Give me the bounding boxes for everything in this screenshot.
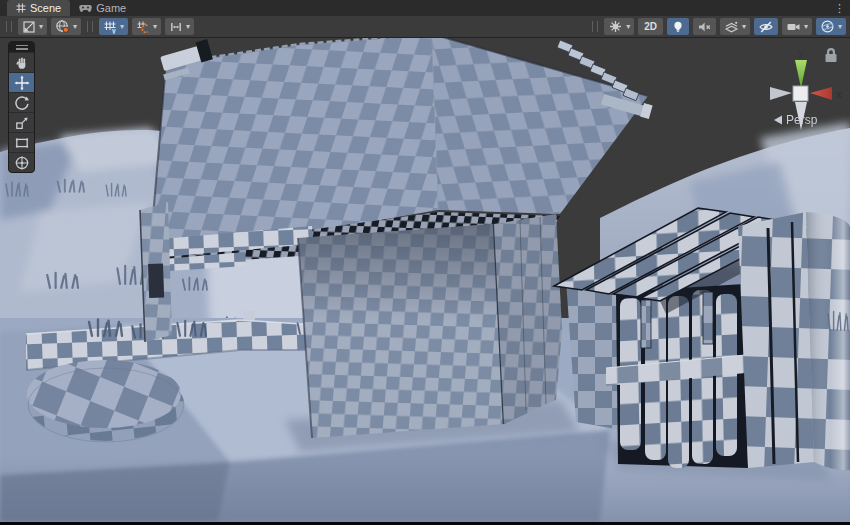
orientation-gizmo: y x Persp — [754, 40, 850, 140]
tree-stump[interactable] — [27, 360, 184, 442]
scene-audio-button[interactable] — [693, 18, 716, 35]
view-hand-tool[interactable] — [9, 52, 34, 72]
scene-toolbar: ▾ ▾ y ▾ ▾ — [0, 16, 850, 38]
move-tool[interactable] — [9, 72, 34, 92]
debug-globe-dropdown[interactable]: ▾ — [73, 23, 77, 31]
rotate-icon — [14, 95, 30, 111]
toolbar-separator — [87, 21, 93, 32]
tool-palette — [8, 41, 35, 173]
eye-slash-icon — [758, 20, 774, 34]
projection-toggle[interactable]: Persp — [774, 113, 818, 127]
camera-settings-button[interactable]: ▾ — [782, 18, 812, 35]
snap-increment-dropdown[interactable]: ▾ — [153, 23, 157, 31]
snap-increment-button[interactable]: ▾ — [132, 18, 161, 35]
camera-settings-dropdown[interactable]: ▾ — [804, 23, 808, 31]
rect-icon — [14, 135, 30, 151]
move-snap-icon — [169, 20, 183, 34]
axis-neg-cone-left[interactable] — [770, 87, 792, 100]
scale-icon — [14, 115, 30, 131]
tab-game-label: Game — [96, 2, 126, 14]
palette-drag-handle[interactable] — [9, 42, 34, 52]
axis-x-cone[interactable] — [810, 87, 832, 100]
audio-muted-icon — [697, 20, 712, 34]
2d-label: 2D — [644, 21, 657, 32]
scale-tool[interactable] — [9, 112, 34, 132]
axis-y-cone[interactable] — [795, 60, 807, 88]
effects-menu-dropdown[interactable]: ▾ — [742, 23, 746, 31]
grid-snap-icon — [136, 20, 150, 34]
gamepad-icon — [79, 3, 92, 13]
rotate-tool[interactable] — [9, 92, 34, 112]
2d-toggle-button[interactable]: 2D — [638, 18, 663, 35]
lightbulb-icon — [671, 20, 685, 34]
scene-lighting-button[interactable] — [667, 18, 689, 35]
move-icon — [14, 75, 30, 91]
gizmos-menu-dropdown[interactable]: ▾ — [838, 23, 842, 31]
projection-label: Persp — [786, 113, 818, 127]
scene-visibility-button[interactable] — [754, 18, 778, 35]
move-snapping-dropdown[interactable]: ▾ — [186, 23, 190, 31]
scene-render[interactable] — [0, 38, 850, 522]
scene-effects-dropdown[interactable]: ▾ — [626, 23, 630, 31]
unity-editor-window: Scene Game ⋮ ▾ — [0, 0, 850, 525]
transform-icon — [14, 155, 30, 171]
effects-menu-button[interactable]: ▾ — [720, 18, 750, 35]
starburst-icon — [608, 19, 623, 34]
draw-mode-button[interactable]: ▾ — [18, 18, 47, 35]
svg-text:y: y — [112, 27, 116, 34]
move-snapping-button[interactable]: ▾ — [165, 18, 194, 35]
camera-icon — [786, 20, 801, 34]
tab-scene[interactable]: Scene — [7, 0, 70, 16]
gizmo-center-cube[interactable] — [793, 86, 808, 101]
debug-globe-button[interactable]: ▾ — [51, 18, 81, 35]
gizmos-menu-button[interactable]: ▾ — [816, 18, 846, 35]
toolbar-drag-handle[interactable] — [6, 21, 12, 32]
tab-bar: Scene Game ⋮ — [0, 0, 850, 16]
scene-effects-button[interactable]: ▾ — [604, 18, 634, 35]
rect-tool[interactable] — [9, 132, 34, 152]
grid-visibility-dropdown[interactable]: ▾ — [120, 23, 124, 31]
scene-viewport[interactable]: y x Persp — [0, 38, 850, 522]
tab-game[interactable]: Game — [70, 0, 135, 16]
grid-visibility-button[interactable]: y ▾ — [99, 18, 128, 35]
persp-arrow-icon — [774, 116, 782, 125]
orbit-gizmo-icon — [820, 19, 835, 34]
hand-icon — [14, 55, 30, 71]
shaded-square-icon — [22, 20, 36, 34]
tab-scene-label: Scene — [30, 2, 61, 14]
kebab-menu-icon[interactable]: ⋮ — [834, 0, 845, 16]
transform-tool[interactable] — [9, 152, 34, 172]
grid-icon — [16, 3, 26, 13]
grid-y-icon: y — [103, 20, 117, 34]
toolbar-drag-handle-right[interactable] — [592, 21, 598, 32]
lock-icon[interactable] — [826, 48, 837, 62]
axis-x-label: x — [836, 88, 843, 100]
globe-icon — [55, 19, 70, 34]
axis-y-label: y — [798, 46, 805, 58]
draw-mode-dropdown[interactable]: ▾ — [39, 23, 43, 31]
fx-layers-icon — [724, 20, 739, 34]
